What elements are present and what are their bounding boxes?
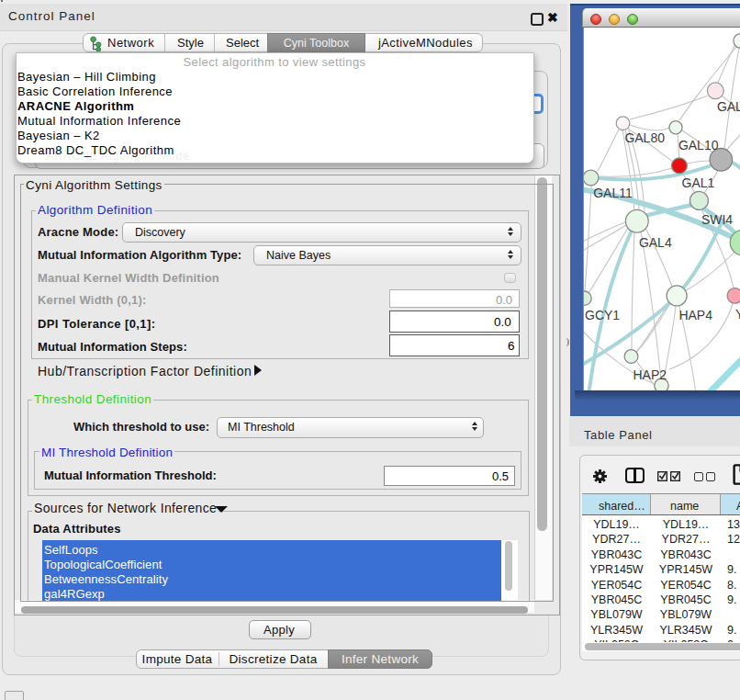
- svg-text:HAP4: HAP4: [678, 308, 712, 322]
- svg-text:GAL1: GAL1: [682, 175, 715, 190]
- svg-text:Y: Y: [735, 307, 740, 322]
- svg-text:GAL4: GAL4: [639, 235, 672, 250]
- svg-text:HAP2: HAP2: [633, 367, 667, 382]
- svg-text:GAL80: GAL80: [624, 130, 665, 145]
- svg-text:GAL10: GAL10: [678, 138, 719, 152]
- svg-text:GAL: GAL: [717, 99, 740, 114]
- svg-text:GAL11: GAL11: [593, 186, 633, 200]
- svg-text:GCY1: GCY1: [585, 308, 620, 322]
- svg-text:SWI4: SWI4: [701, 212, 733, 227]
